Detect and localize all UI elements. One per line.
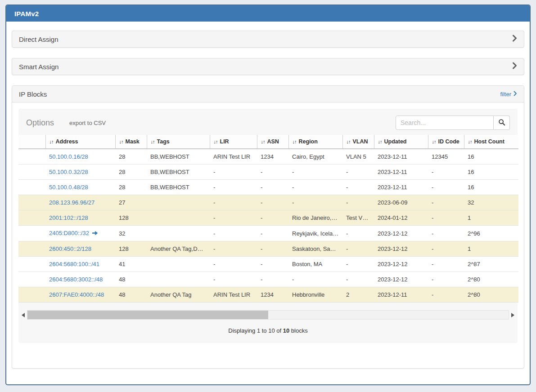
- vlan-cell: -: [342, 195, 374, 210]
- tags-cell: Another QA Tag,DH…: [147, 241, 210, 257]
- address-link[interactable]: 2607:FAE0:4000::/48: [49, 291, 104, 298]
- address-link[interactable]: 208.123.96.96/27: [49, 199, 95, 206]
- blank-column-header: [18, 135, 45, 149]
- updated-cell: 2023-12-11: [374, 149, 428, 165]
- blank-cell: [18, 287, 45, 303]
- asn-cell: 1234: [257, 287, 288, 303]
- address-link[interactable]: 2604:5680:3002::/48: [49, 276, 103, 283]
- vlan-cell: -: [342, 257, 374, 272]
- column-header-id-code[interactable]: ↓↑ID Code: [428, 135, 464, 149]
- mask-cell: 27: [115, 195, 147, 210]
- mask-cell: 48: [115, 287, 147, 303]
- asn-cell: -: [257, 241, 288, 257]
- scrollbar-right-arrow[interactable]: [510, 310, 516, 320]
- mask-cell: 32: [115, 226, 147, 241]
- column-header-asn[interactable]: ↓↑ASN: [257, 135, 288, 149]
- table-row: 2604:5680:3002::/4848----2023-12-12-2^80: [18, 272, 518, 287]
- updated-cell: 2023-12-12: [374, 226, 428, 241]
- table-row: 50.100.0.16/2828BB,WEBHOSTARIN Test LIR1…: [18, 149, 518, 165]
- address-link[interactable]: 50.100.0.32/28: [49, 169, 88, 175]
- column-header-host-count[interactable]: ↓↑Host Count: [464, 135, 518, 149]
- lir-cell: -: [210, 257, 257, 272]
- column-header-lir[interactable]: ↓↑LIR: [210, 135, 257, 149]
- column-header-updated[interactable]: ↓↑Updated: [374, 135, 428, 149]
- region-cell: Rio de Janeiro, …: [288, 210, 342, 226]
- tags-cell: [147, 272, 210, 287]
- pagination-status: Displaying 1 to 10 of 10 blocks: [18, 327, 518, 334]
- tags-cell: [147, 195, 210, 210]
- mask-cell: 41: [115, 257, 147, 272]
- address-cell: 2405:D800::/32: [45, 226, 115, 241]
- address-cell: 50.100.0.16/28: [45, 149, 115, 165]
- asn-cell: -: [257, 210, 288, 226]
- scrollbar-thumb[interactable]: [27, 311, 268, 319]
- smart-assign-panel[interactable]: Smart Assign: [12, 58, 524, 75]
- options-label: Options: [26, 118, 54, 128]
- column-header-tags[interactable]: ↓↑Tags: [147, 135, 210, 149]
- host-count-cell: 2^80: [464, 287, 518, 303]
- mask-cell: 28: [115, 165, 147, 180]
- lir-cell: -: [210, 241, 257, 257]
- pagination-total: 10: [283, 327, 289, 334]
- tags-cell: [147, 257, 210, 272]
- updated-cell: 2023-12-11: [374, 180, 428, 195]
- export-csv-link[interactable]: export to CSV: [69, 120, 106, 126]
- id-code-cell: 12345: [428, 149, 464, 165]
- address-link[interactable]: 50.100.0.48/28: [49, 184, 88, 191]
- filter-link[interactable]: filter: [500, 91, 517, 98]
- smart-assign-title: Smart Assign: [19, 63, 59, 71]
- blank-cell: [18, 165, 45, 180]
- updated-cell: 2023-12-11: [374, 287, 428, 303]
- chevron-right-icon: [512, 35, 517, 44]
- tags-cell: BB,WEBHOST: [147, 180, 210, 195]
- scrollbar-track[interactable]: [27, 310, 509, 320]
- region-cell: Cairo, Egypt: [288, 149, 342, 165]
- lir-cell: -: [210, 165, 257, 180]
- lir-cell: -: [210, 195, 257, 210]
- column-label: Mask: [126, 138, 140, 145]
- app-title: IPAMv2: [14, 10, 39, 18]
- pagination-suffix: blocks: [289, 327, 307, 334]
- address-link[interactable]: 50.100.0.16/28: [49, 153, 88, 160]
- column-header-mask[interactable]: ↓↑Mask: [115, 135, 147, 149]
- address-cell: 2600:450::2/128: [45, 241, 115, 257]
- asn-cell: -: [257, 257, 288, 272]
- pagination-prefix: Displaying 1 to 10 of: [228, 327, 283, 334]
- lir-cell: ARIN Test LIR: [210, 149, 257, 165]
- ip-blocks-body: Options export to CSV: [12, 102, 524, 368]
- address-link[interactable]: 2001:102::/128: [49, 214, 88, 221]
- sort-icon: ↓↑: [432, 139, 436, 144]
- direct-assign-panel[interactable]: Direct Assign: [12, 31, 524, 48]
- column-label: ID Code: [438, 138, 459, 145]
- asn-cell: -: [257, 165, 288, 180]
- id-code-cell: -: [428, 226, 464, 241]
- search-input[interactable]: [396, 116, 494, 130]
- address-link[interactable]: 2604:5680:100::/41: [49, 261, 99, 267]
- column-header-region[interactable]: ↓↑Region: [288, 135, 342, 149]
- asn-cell: -: [257, 195, 288, 210]
- table-row: 208.123.96.96/2727----2023-06-09-32: [18, 195, 518, 210]
- address-link[interactable]: 2600:450::2/128: [49, 245, 91, 252]
- column-header-address[interactable]: ↓↑Address: [45, 135, 115, 149]
- updated-cell: 2023-12-12: [374, 272, 428, 287]
- blank-cell: [18, 226, 45, 241]
- updated-cell: 2024-01-12: [374, 210, 428, 226]
- address-cell: 2604:5680:100::/41: [45, 257, 115, 272]
- id-code-cell: -: [428, 165, 464, 180]
- scrollbar-left-arrow[interactable]: [20, 310, 26, 320]
- id-code-cell: -: [428, 257, 464, 272]
- address-cell: 208.123.96.96/27: [45, 195, 115, 210]
- search-button[interactable]: [494, 116, 510, 130]
- column-label: Updated: [384, 138, 407, 145]
- column-label: LIR: [220, 138, 229, 145]
- tags-cell: [147, 226, 210, 241]
- address-link[interactable]: 2405:D800::/32: [49, 230, 89, 236]
- vlan-cell: -: [342, 241, 374, 257]
- blank-cell: [18, 195, 45, 210]
- sort-icon: ↓↑: [347, 139, 351, 144]
- tags-cell: Another QA Tag: [147, 287, 210, 303]
- ip-blocks-panel: IP Blocks filter Options export to CSV: [12, 85, 524, 369]
- sort-icon: ↓↑: [293, 139, 297, 144]
- updated-cell: 2023-12-12: [374, 241, 428, 257]
- column-header-vlan[interactable]: ↓↑VLAN: [342, 135, 374, 149]
